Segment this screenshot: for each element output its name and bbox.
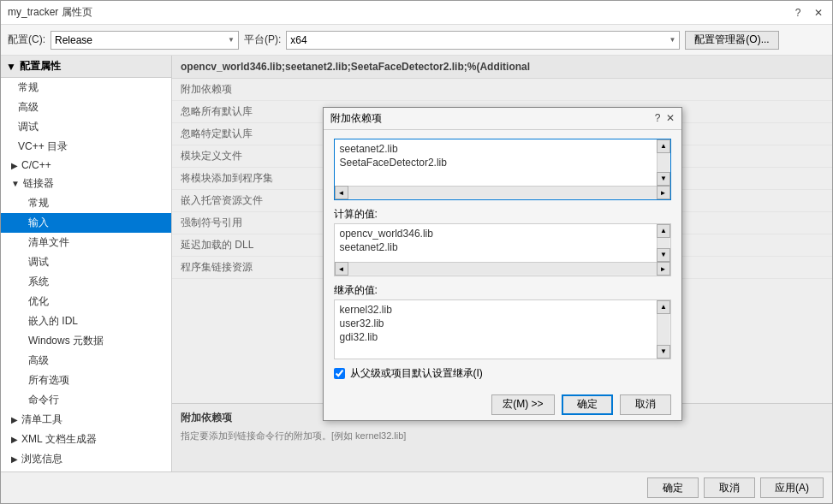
platform-label: 平台(P): [244, 33, 281, 47]
modal-input-hscroll[interactable]: ◄ ► [335, 186, 670, 199]
modal-input-listbox: seetanet2.lib SeetaFaceDetector2.lib ▲ ▼ [334, 139, 671, 200]
sidebar-item-linker-embedded-idl[interactable]: 嵌入的 IDL [1, 311, 171, 331]
modal-inherited-item-2: gdi32.lib [337, 330, 654, 344]
modal-close-icon[interactable]: ✕ [666, 112, 675, 124]
modal-inherited-listbox: kernel32.lib user32.lib gdi32.lib ▲ ▼ [334, 299, 671, 359]
title-bar-buttons: ? ✕ [791, 6, 825, 20]
modal-input-scroll-left[interactable]: ◄ [335, 186, 348, 199]
modal-computed-vscroll[interactable]: ▲ ▼ [657, 224, 670, 262]
toolbar: 配置(C): Release ▼ 平台(P): x64 ▼ 配置管理器(O)..… [1, 25, 832, 56]
sidebar-item-linker-general[interactable]: 常规 [1, 193, 171, 213]
cancel-button[interactable]: 取消 [704, 477, 755, 498]
sidebar-item-linker[interactable]: ▼ 链接器 [1, 174, 171, 193]
modal-inherited-scroll-up[interactable]: ▲ [657, 300, 670, 314]
config-select[interactable]: Release ▼ [51, 31, 239, 50]
modal-dialog: 附加依赖项 ? ✕ seeta [323, 107, 682, 421]
sidebar-item-linker-all-options[interactable]: 所有选项 [1, 371, 171, 390]
modal-input-item-1[interactable]: SeetaFaceDetector2.lib [337, 156, 654, 169]
cpp-toggle-icon: ▶ [11, 161, 18, 170]
sidebar-item-vc-dirs[interactable]: VC++ 目录 [1, 137, 171, 157]
browse-toggle-icon: ▶ [11, 454, 18, 464]
modal-input-scroll-down[interactable]: ▼ [657, 172, 670, 186]
modal-input-section: seetanet2.lib SeetaFaceDetector2.lib ▲ ▼ [334, 139, 671, 200]
title-bar: my_tracker 属性页 ? ✕ [1, 1, 832, 25]
modal-computed-item-0: opencv_world346.lib [337, 227, 654, 240]
bottom-bar: 确定 取消 应用(A) [1, 471, 832, 503]
modal-inherited-item-1: user32.lib [337, 317, 654, 330]
linker-toggle-icon: ▼ [11, 179, 20, 188]
sidebar-item-browse-info[interactable]: ▶ 浏览信息 [1, 449, 171, 469]
sidebar: ▼ 配置属性 常规 高级 调试 VC++ 目录 ▶ C/C++ ▼ 链接器 常规… [1, 56, 172, 471]
modal-title: 附加依赖项 [330, 111, 382, 126]
config-manager-button[interactable]: 配置管理器(O)... [685, 31, 778, 50]
modal-computed-label: 计算的值: [334, 207, 671, 222]
sidebar-item-linker-optimize[interactable]: 优化 [1, 292, 171, 311]
modal-computed-scroll-left[interactable]: ◄ [335, 262, 348, 276]
modal-computed-scroll-right[interactable]: ► [657, 262, 670, 276]
modal-checkbox-row: 从父级或项目默认设置继承(I) [334, 366, 671, 381]
sidebar-item-debug[interactable]: 调试 [1, 117, 171, 137]
modal-computed-scroll-down[interactable]: ▼ [657, 248, 670, 262]
modal-input-item-0[interactable]: seetanet2.lib [337, 142, 654, 156]
modal-inherited-item-0: kernel32.lib [337, 303, 654, 317]
config-value: Release [55, 34, 92, 46]
modal-macro-button[interactable]: 宏(M) >> [491, 394, 554, 415]
modal-body: seetanet2.lib SeetaFaceDetector2.lib ▲ ▼ [324, 130, 681, 389]
sidebar-item-linker-system[interactable]: 系统 [1, 272, 171, 292]
sidebar-root-toggle[interactable]: ▼ [6, 61, 16, 73]
config-label: 配置(C): [8, 33, 45, 47]
modal-input-scroll-track-h [348, 187, 657, 199]
modal-help-icon[interactable]: ? [655, 112, 661, 124]
sidebar-item-linker-cmdline[interactable]: 命令行 [1, 390, 171, 410]
modal-overlay: 附加依赖项 ? ✕ seeta [172, 56, 832, 471]
sidebar-item-cpp[interactable]: ▶ C/C++ [1, 157, 171, 174]
content-area: opencv_world346.lib;seetanet2.lib;SeetaF… [172, 56, 832, 471]
modal-computed-listbox: opencv_world346.lib seetanet2.lib ▲ ▼ [334, 223, 671, 276]
modal-inherit-checkbox[interactable] [334, 368, 345, 379]
modal-input-scroll-up[interactable]: ▲ [657, 139, 670, 153]
apply-button[interactable]: 应用(A) [760, 477, 824, 498]
modal-computed-scroll-track [657, 238, 669, 248]
platform-select[interactable]: x64 ▼ [286, 31, 680, 50]
modal-title-buttons: ? ✕ [655, 112, 675, 124]
modal-inherited-section: 继承的值: kernel32.lib user32.lib gdi32.lib [334, 283, 671, 359]
modal-inherited-vscroll[interactable]: ▲ ▼ [657, 300, 670, 359]
sidebar-root-label: 配置属性 [20, 59, 61, 74]
manifest-toggle-icon: ▶ [11, 415, 18, 424]
modal-computed-hscroll[interactable]: ◄ ► [335, 262, 670, 276]
modal-ok-button[interactable]: 确定 [562, 394, 613, 415]
modal-input-scroll-right[interactable]: ► [657, 186, 670, 199]
modal-input-vscroll[interactable]: ▲ ▼ [657, 139, 670, 186]
modal-inherited-scroll-down[interactable]: ▼ [657, 345, 670, 359]
ok-button[interactable]: 确定 [647, 477, 699, 498]
modal-inherited-scroll-track [657, 314, 669, 345]
modal-input-list-content: seetanet2.lib SeetaFaceDetector2.lib ▲ ▼ [335, 139, 670, 186]
xml-doc-toggle-icon: ▶ [11, 435, 18, 444]
main-content: ▼ 配置属性 常规 高级 调试 VC++ 目录 ▶ C/C++ ▼ 链接器 常规… [1, 56, 832, 471]
main-window: my_tracker 属性页 ? ✕ 配置(C): Release ▼ 平台(P… [0, 0, 833, 504]
modal-input-scroll-track [657, 153, 669, 172]
help-icon[interactable]: ? [791, 6, 805, 20]
sidebar-item-linker-windows-metadata[interactable]: Windows 元数据 [1, 331, 171, 351]
sidebar-item-general[interactable]: 常规 [1, 78, 171, 98]
sidebar-item-linker-input[interactable]: 输入 [1, 213, 171, 233]
modal-computed-scroll-track-h [348, 263, 657, 275]
sidebar-item-linker-debug[interactable]: 调试 [1, 252, 171, 272]
config-dropdown-arrow: ▼ [228, 36, 235, 44]
modal-computed-scroll-up[interactable]: ▲ [657, 224, 670, 238]
sidebar-item-linker-advanced[interactable]: 高级 [1, 351, 171, 371]
sidebar-item-advanced[interactable]: 高级 [1, 98, 171, 117]
sidebar-item-linker-manifest[interactable]: 清单文件 [1, 233, 171, 252]
window-title: my_tracker 属性页 [8, 5, 92, 20]
sidebar-item-xml-doc[interactable]: ▶ XML 文档生成器 [1, 430, 171, 449]
modal-footer: 宏(M) >> 确定 取消 [324, 389, 681, 420]
modal-cancel-button[interactable]: 取消 [620, 394, 671, 415]
sidebar-header: ▼ 配置属性 [1, 56, 171, 78]
sidebar-item-manifest-tool[interactable]: ▶ 清单工具 [1, 410, 171, 430]
close-icon[interactable]: ✕ [812, 6, 825, 20]
modal-inherited-label: 继承的值: [334, 283, 671, 298]
modal-computed-section: 计算的值: opencv_world346.lib seetanet2.lib … [334, 207, 671, 276]
modal-checkbox-label: 从父级或项目默认设置继承(I) [350, 366, 483, 381]
modal-computed-item-1: seetanet2.lib [337, 240, 654, 254]
platform-dropdown-arrow: ▼ [669, 36, 675, 44]
